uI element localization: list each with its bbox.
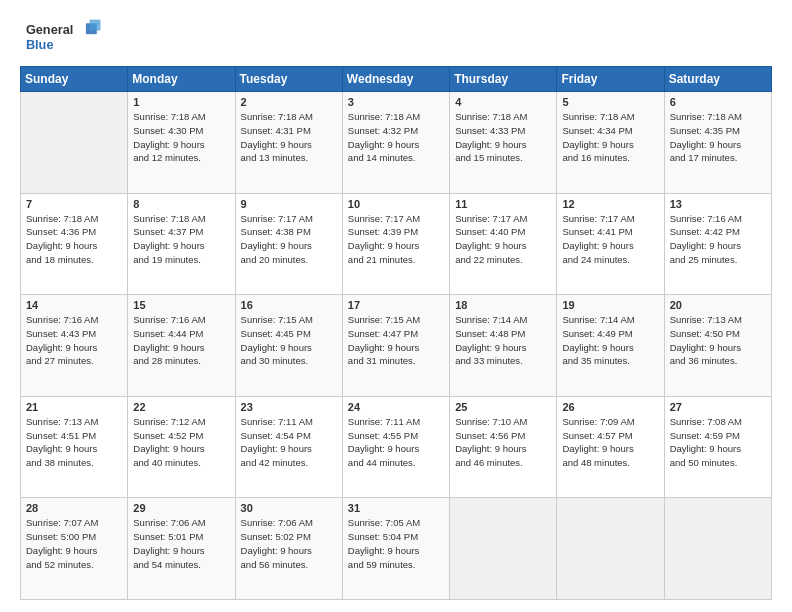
day-number: 7 [26,198,122,210]
day-info: Sunrise: 7:10 AMSunset: 4:56 PMDaylight:… [455,415,551,470]
calendar-cell: 7Sunrise: 7:18 AMSunset: 4:36 PMDaylight… [21,193,128,295]
calendar-cell: 29Sunrise: 7:06 AMSunset: 5:01 PMDayligh… [128,498,235,600]
day-number: 14 [26,299,122,311]
calendar-cell: 6Sunrise: 7:18 AMSunset: 4:35 PMDaylight… [664,92,771,194]
calendar-cell: 17Sunrise: 7:15 AMSunset: 4:47 PMDayligh… [342,295,449,397]
day-number: 26 [562,401,658,413]
day-info: Sunrise: 7:18 AMSunset: 4:30 PMDaylight:… [133,110,229,165]
day-info: Sunrise: 7:09 AMSunset: 4:57 PMDaylight:… [562,415,658,470]
day-number: 23 [241,401,337,413]
calendar-cell: 15Sunrise: 7:16 AMSunset: 4:44 PMDayligh… [128,295,235,397]
calendar-cell: 16Sunrise: 7:15 AMSunset: 4:45 PMDayligh… [235,295,342,397]
day-number: 6 [670,96,766,108]
calendar-week-row: 1Sunrise: 7:18 AMSunset: 4:30 PMDaylight… [21,92,772,194]
day-number: 25 [455,401,551,413]
calendar-week-row: 21Sunrise: 7:13 AMSunset: 4:51 PMDayligh… [21,396,772,498]
day-info: Sunrise: 7:06 AMSunset: 5:02 PMDaylight:… [241,516,337,571]
day-info: Sunrise: 7:18 AMSunset: 4:36 PMDaylight:… [26,212,122,267]
calendar-cell: 28Sunrise: 7:07 AMSunset: 5:00 PMDayligh… [21,498,128,600]
day-number: 12 [562,198,658,210]
calendar-day-header: Saturday [664,67,771,92]
day-number: 16 [241,299,337,311]
calendar-week-row: 7Sunrise: 7:18 AMSunset: 4:36 PMDaylight… [21,193,772,295]
day-number: 24 [348,401,444,413]
calendar-cell: 14Sunrise: 7:16 AMSunset: 4:43 PMDayligh… [21,295,128,397]
day-info: Sunrise: 7:11 AMSunset: 4:54 PMDaylight:… [241,415,337,470]
calendar-cell [450,498,557,600]
day-number: 9 [241,198,337,210]
day-info: Sunrise: 7:05 AMSunset: 5:04 PMDaylight:… [348,516,444,571]
calendar-cell: 20Sunrise: 7:13 AMSunset: 4:50 PMDayligh… [664,295,771,397]
calendar-day-header: Monday [128,67,235,92]
day-info: Sunrise: 7:13 AMSunset: 4:51 PMDaylight:… [26,415,122,470]
day-info: Sunrise: 7:17 AMSunset: 4:38 PMDaylight:… [241,212,337,267]
calendar-table: SundayMondayTuesdayWednesdayThursdayFrid… [20,66,772,600]
calendar-cell: 31Sunrise: 7:05 AMSunset: 5:04 PMDayligh… [342,498,449,600]
calendar-day-header: Wednesday [342,67,449,92]
day-number: 22 [133,401,229,413]
calendar-cell [664,498,771,600]
day-number: 2 [241,96,337,108]
calendar-cell: 10Sunrise: 7:17 AMSunset: 4:39 PMDayligh… [342,193,449,295]
page: General Blue SundayMondayTuesdayWednesda… [0,0,792,612]
day-info: Sunrise: 7:06 AMSunset: 5:01 PMDaylight:… [133,516,229,571]
logo: General Blue [20,16,110,56]
day-info: Sunrise: 7:13 AMSunset: 4:50 PMDaylight:… [670,313,766,368]
day-number: 15 [133,299,229,311]
day-info: Sunrise: 7:18 AMSunset: 4:37 PMDaylight:… [133,212,229,267]
calendar-cell [21,92,128,194]
day-number: 31 [348,502,444,514]
calendar-day-header: Tuesday [235,67,342,92]
day-info: Sunrise: 7:15 AMSunset: 4:47 PMDaylight:… [348,313,444,368]
calendar-cell: 27Sunrise: 7:08 AMSunset: 4:59 PMDayligh… [664,396,771,498]
day-number: 28 [26,502,122,514]
calendar-cell: 4Sunrise: 7:18 AMSunset: 4:33 PMDaylight… [450,92,557,194]
day-info: Sunrise: 7:14 AMSunset: 4:49 PMDaylight:… [562,313,658,368]
day-info: Sunrise: 7:18 AMSunset: 4:35 PMDaylight:… [670,110,766,165]
day-number: 13 [670,198,766,210]
day-number: 29 [133,502,229,514]
day-info: Sunrise: 7:14 AMSunset: 4:48 PMDaylight:… [455,313,551,368]
calendar-cell: 3Sunrise: 7:18 AMSunset: 4:32 PMDaylight… [342,92,449,194]
calendar-cell: 2Sunrise: 7:18 AMSunset: 4:31 PMDaylight… [235,92,342,194]
day-number: 27 [670,401,766,413]
calendar-cell: 24Sunrise: 7:11 AMSunset: 4:55 PMDayligh… [342,396,449,498]
logo-svg: General Blue [20,16,110,56]
day-number: 30 [241,502,337,514]
day-info: Sunrise: 7:16 AMSunset: 4:42 PMDaylight:… [670,212,766,267]
calendar-cell: 12Sunrise: 7:17 AMSunset: 4:41 PMDayligh… [557,193,664,295]
day-info: Sunrise: 7:16 AMSunset: 4:43 PMDaylight:… [26,313,122,368]
day-number: 11 [455,198,551,210]
day-number: 18 [455,299,551,311]
day-number: 1 [133,96,229,108]
calendar-day-header: Thursday [450,67,557,92]
calendar-day-header: Friday [557,67,664,92]
day-info: Sunrise: 7:18 AMSunset: 4:31 PMDaylight:… [241,110,337,165]
calendar-cell: 19Sunrise: 7:14 AMSunset: 4:49 PMDayligh… [557,295,664,397]
calendar-cell: 18Sunrise: 7:14 AMSunset: 4:48 PMDayligh… [450,295,557,397]
calendar-week-row: 14Sunrise: 7:16 AMSunset: 4:43 PMDayligh… [21,295,772,397]
day-number: 8 [133,198,229,210]
day-number: 4 [455,96,551,108]
calendar-cell: 1Sunrise: 7:18 AMSunset: 4:30 PMDaylight… [128,92,235,194]
day-info: Sunrise: 7:15 AMSunset: 4:45 PMDaylight:… [241,313,337,368]
day-number: 20 [670,299,766,311]
day-info: Sunrise: 7:17 AMSunset: 4:41 PMDaylight:… [562,212,658,267]
svg-marker-3 [90,20,101,31]
day-number: 3 [348,96,444,108]
calendar-day-header: Sunday [21,67,128,92]
calendar-cell: 23Sunrise: 7:11 AMSunset: 4:54 PMDayligh… [235,396,342,498]
calendar-cell: 11Sunrise: 7:17 AMSunset: 4:40 PMDayligh… [450,193,557,295]
day-number: 5 [562,96,658,108]
day-info: Sunrise: 7:17 AMSunset: 4:39 PMDaylight:… [348,212,444,267]
day-info: Sunrise: 7:07 AMSunset: 5:00 PMDaylight:… [26,516,122,571]
day-number: 19 [562,299,658,311]
calendar-cell: 5Sunrise: 7:18 AMSunset: 4:34 PMDaylight… [557,92,664,194]
day-info: Sunrise: 7:18 AMSunset: 4:32 PMDaylight:… [348,110,444,165]
svg-text:General: General [26,22,73,37]
day-number: 21 [26,401,122,413]
day-info: Sunrise: 7:12 AMSunset: 4:52 PMDaylight:… [133,415,229,470]
svg-text:Blue: Blue [26,37,54,52]
calendar-cell: 22Sunrise: 7:12 AMSunset: 4:52 PMDayligh… [128,396,235,498]
calendar-week-row: 28Sunrise: 7:07 AMSunset: 5:00 PMDayligh… [21,498,772,600]
